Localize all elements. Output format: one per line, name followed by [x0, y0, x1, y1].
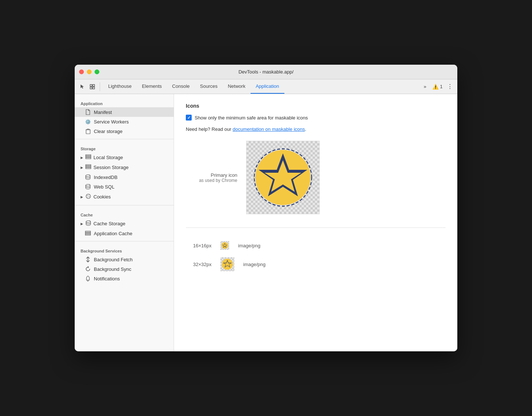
cache-storage-label: Cache Storage — [93, 221, 125, 226]
tab-console[interactable]: Console — [167, 79, 195, 94]
warning-icon: ⚠️ — [432, 84, 439, 90]
primary-icon-sublabel: as used by Chrome — [186, 178, 237, 183]
arrow-session-storage: ▶ — [81, 166, 83, 169]
star-icon-medium — [221, 258, 233, 270]
window-title: DevTools - maskable.app/ — [238, 69, 294, 75]
tab-lighthouse[interactable]: Lighthouse — [103, 79, 137, 94]
svg-rect-20 — [85, 233, 91, 234]
icon-32-preview — [220, 257, 234, 271]
tabs-container: Lighthouse Elements Console Sources Netw… — [103, 79, 284, 94]
documentation-link[interactable]: documentation on maskable icons — [233, 126, 305, 132]
svg-rect-8 — [86, 165, 91, 166]
sidebar-item-application-cache[interactable]: Application Cache — [75, 229, 174, 238]
arrow-cookies: ▶ — [81, 195, 83, 199]
title-bar: DevTools - maskable.app/ — [75, 65, 457, 79]
toolbar: Lighthouse Elements Console Sources Netw… — [75, 79, 457, 94]
manifest-label: Manifest — [94, 110, 112, 115]
tab-sources[interactable]: Sources — [195, 79, 223, 94]
session-storage-label: Session Storage — [93, 165, 128, 170]
content-area: Icons Show only the minimum safe area fo… — [174, 94, 457, 351]
tab-network[interactable]: Network — [223, 79, 251, 94]
more-menu-button[interactable]: ⋮ — [446, 82, 454, 91]
warning-count: 1 — [440, 84, 443, 89]
svg-rect-10 — [86, 168, 91, 169]
icon-16-row: 16×16px image/png — [186, 241, 446, 250]
toolbar-right: » ⚠️ 1 ⋮ — [421, 82, 454, 91]
svg-point-11 — [86, 175, 90, 177]
svg-point-12 — [86, 184, 90, 186]
sidebar-item-clear-storage[interactable]: Clear storage — [75, 126, 174, 136]
background-sync-label: Background Sync — [94, 266, 131, 272]
local-storage-icon — [85, 154, 91, 161]
svg-rect-19 — [85, 231, 91, 232]
background-fetch-label: Background Fetch — [94, 257, 133, 262]
divider-cache — [75, 205, 174, 205]
warning-badge[interactable]: ⚠️ 1 — [432, 84, 443, 90]
sidebar-section-cache: Cache — [75, 208, 174, 219]
background-fetch-icon — [85, 257, 91, 262]
sidebar-item-indexeddb[interactable]: IndexedDB — [75, 172, 174, 182]
cursor-icon[interactable] — [78, 82, 86, 91]
sidebar-item-cookies[interactable]: ▶ Cookies — [75, 191, 174, 202]
icon-32-size-label: 32×32px — [186, 262, 212, 267]
cache-storage-icon — [85, 220, 91, 227]
help-text-suffix: . — [305, 126, 306, 132]
sidebar-item-background-fetch[interactable]: Background Fetch — [75, 255, 174, 264]
divider-bg — [75, 241, 174, 241]
toolbar-icons — [78, 82, 100, 91]
svg-rect-6 — [86, 156, 91, 157]
sidebar-item-local-storage[interactable]: ▶ Local Storage — [75, 153, 174, 162]
svg-rect-4 — [86, 130, 90, 134]
arrow-local-storage: ▶ — [81, 156, 83, 159]
web-sql-label: Web SQL — [94, 184, 114, 190]
notifications-icon — [85, 276, 91, 281]
svg-rect-7 — [86, 158, 91, 159]
sidebar-section-application: Application — [75, 97, 174, 107]
icon-16-type-label: image/png — [238, 243, 260, 248]
minimize-button[interactable] — [87, 69, 92, 74]
primary-icon-labels: Primary icon as used by Chrome — [186, 172, 237, 183]
sidebar-item-service-workers[interactable]: ⚙️ Service Workers — [75, 117, 174, 126]
application-cache-icon — [85, 230, 91, 236]
main-area: Application Manifest ⚙️ Service Workers — [75, 94, 457, 351]
primary-icon-label: Primary icon — [186, 172, 237, 178]
icon-32-row: 32×32px image/png — [186, 257, 446, 271]
star-icon-small — [221, 242, 228, 249]
tab-elements[interactable]: Elements — [137, 79, 167, 94]
star-icon-large — [252, 146, 314, 209]
icon-32-type-label: image/png — [243, 262, 266, 267]
divider-storage — [75, 139, 174, 139]
sidebar-item-web-sql[interactable]: Web SQL — [75, 182, 174, 191]
sidebar-item-session-storage[interactable]: ▶ Session Storage — [75, 162, 174, 172]
clear-storage-label: Clear storage — [94, 129, 123, 134]
svg-rect-9 — [86, 166, 91, 167]
svg-rect-5 — [86, 155, 91, 156]
maximize-button[interactable] — [95, 69, 99, 74]
svg-rect-1 — [93, 85, 95, 86]
inspect-icon[interactable] — [88, 82, 97, 91]
checkbox-row: Show only the minimum safe area for mask… — [186, 115, 446, 121]
sidebar-item-manifest[interactable]: Manifest — [75, 107, 174, 117]
clear-storage-icon — [85, 128, 91, 134]
svg-rect-21 — [85, 234, 91, 235]
indexeddb-icon — [85, 174, 91, 180]
local-storage-label: Local Storage — [93, 155, 123, 160]
sidebar-section-background: Background Services — [75, 244, 174, 255]
svg-rect-2 — [90, 87, 92, 89]
svg-point-17 — [88, 197, 88, 198]
close-button[interactable] — [79, 69, 84, 74]
svg-point-15 — [88, 195, 89, 196]
notifications-label: Notifications — [94, 276, 120, 281]
sidebar: Application Manifest ⚙️ Service Workers — [75, 94, 174, 351]
background-sync-icon — [85, 266, 91, 272]
icon-16-preview — [220, 241, 229, 250]
sidebar-item-background-sync[interactable]: Background Sync — [75, 264, 174, 274]
window-controls — [79, 69, 99, 74]
tab-application[interactable]: Application — [251, 79, 284, 94]
sidebar-item-cache-storage[interactable]: ▶ Cache Storage — [75, 219, 174, 229]
icon-preview-section: Primary icon as used by Chrome — [186, 141, 446, 271]
sidebar-item-notifications[interactable]: Notifications — [75, 274, 174, 283]
more-tabs-button[interactable]: » — [421, 84, 429, 89]
maskable-checkbox[interactable] — [186, 115, 192, 121]
service-workers-label: Service Workers — [94, 119, 129, 125]
